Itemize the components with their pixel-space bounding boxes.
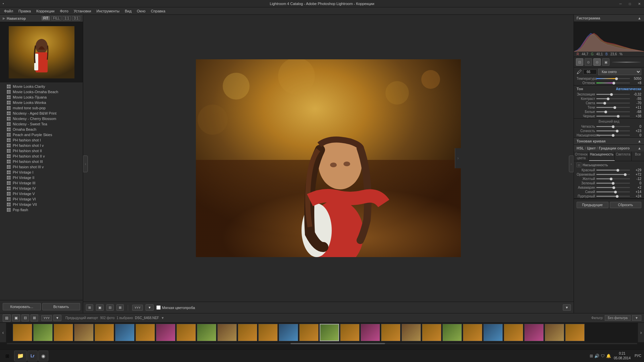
hsl-tab-hue[interactable]: Оттенок цвета	[574, 152, 589, 161]
file-explorer-app[interactable]: 📁	[14, 351, 27, 361]
menu-item-справка[interactable]: Справка	[148, 7, 168, 14]
nav-fill-btn[interactable]: FILL	[51, 16, 61, 20]
tone-slider-track[interactable]	[596, 111, 630, 112]
filmstrip-thumbnail[interactable]	[33, 324, 53, 341]
scroll-thumb[interactable]	[290, 343, 385, 344]
preset-item[interactable]: Nicolesy - Aged B&W Print	[0, 111, 83, 116]
presence-slider-track[interactable]	[596, 126, 630, 127]
nav-fit-btn[interactable]: FIT	[42, 16, 50, 20]
hsl-slider-track[interactable]	[596, 174, 630, 175]
close-button[interactable]: ✕	[635, 0, 644, 7]
preset-item[interactable]: Omaha Beach	[0, 127, 83, 132]
filmstrip-thumbnail[interactable]	[340, 324, 360, 341]
wb-preset-select[interactable]: Как снято	[598, 69, 641, 75]
filmstrip-next-btn[interactable]: ›	[638, 323, 644, 342]
preset-item[interactable]: PH Vintage III	[0, 180, 83, 186]
tone-slider-track[interactable]	[596, 107, 630, 108]
crop-tool[interactable]: ⊡	[576, 58, 583, 66]
start-button[interactable]: ⊞	[1, 351, 13, 361]
paste-button[interactable]: Вставить	[42, 303, 80, 310]
menu-item-окно[interactable]: Окно	[134, 7, 148, 14]
filmstrip-thumbnail[interactable]	[95, 324, 114, 341]
left-panel-collapse[interactable]: ‹	[83, 156, 88, 172]
preset-item[interactable]: PH fashion shot III	[0, 159, 83, 164]
filmstrip-thumbnail[interactable]	[258, 324, 278, 341]
filename-arrow[interactable]: ▼	[161, 316, 164, 320]
eyedropper-icon[interactable]: 🖊	[577, 69, 582, 75]
filmstrip-thumbnail[interactable]	[565, 324, 585, 341]
tone-slider-track[interactable]	[596, 103, 630, 104]
scroll-track[interactable]	[7, 343, 637, 344]
filter-value-btn[interactable]: Без фильтра	[605, 315, 631, 321]
filmstrip-thumbnail[interactable]	[238, 324, 257, 341]
presence-slider-track[interactable]	[596, 135, 630, 136]
prev-button[interactable]: Предыдущие	[577, 202, 608, 208]
filmstrip-thumbnail[interactable]	[217, 324, 237, 341]
filmstrip-thumbnail[interactable]	[156, 324, 175, 341]
filmstrip-thumbnail[interactable]	[545, 324, 564, 341]
survey-view-btn[interactable]: ⊠	[116, 304, 124, 311]
filmstrip-thumbnail[interactable]	[197, 324, 216, 341]
tone-header[interactable]: Тон Автоматически	[574, 85, 644, 92]
hsl-tab-lum[interactable]: Светлота	[615, 152, 632, 161]
filmstrip-thumbnail[interactable]	[176, 324, 196, 341]
preset-item[interactable]: Movie Looks-Clarity	[0, 84, 83, 89]
preset-item[interactable]: PH fashion shot II v	[0, 154, 83, 159]
filmstrip-thumbnail[interactable]	[401, 324, 421, 341]
nav-1-1-btn[interactable]: 1:1	[63, 16, 71, 20]
hsl-slider-track[interactable]	[596, 178, 630, 179]
menu-item-установки[interactable]: Установки	[71, 7, 94, 14]
tone-slider-track[interactable]	[596, 94, 630, 95]
preset-item[interactable]: Peach and Purple Skies	[0, 132, 83, 137]
right-panel-collapse[interactable]: ›	[569, 156, 574, 172]
preset-item[interactable]: PH fasion shot III v	[0, 164, 83, 170]
filmstrip-thumbnail[interactable]	[524, 324, 544, 341]
view-mode-btn2[interactable]: ▼	[146, 304, 154, 311]
menu-item-вид[interactable]: Вид	[122, 7, 134, 14]
preset-item[interactable]: Movie Looks-Omaha Beach	[0, 89, 83, 95]
filmstrip-thumbnail[interactable]	[422, 324, 441, 341]
preset-item[interactable]: PH fashion shot I v	[0, 143, 83, 148]
preset-item[interactable]: Pop flash	[0, 207, 83, 213]
filmstrip-thumbnail[interactable]	[279, 324, 298, 341]
preset-item[interactable]: Nicolesy - Cherry Blossom	[0, 116, 83, 121]
grid-view-btn[interactable]: ⊞	[86, 304, 93, 311]
preset-item[interactable]: PH Vintage I	[0, 170, 83, 175]
filmstrip-thumbnail[interactable]	[54, 324, 73, 341]
minimize-button[interactable]: ─	[616, 0, 625, 7]
filmstrip-thumbnail[interactable]	[381, 324, 400, 341]
wb-number-input[interactable]	[583, 69, 597, 74]
tint-track[interactable]	[596, 82, 630, 83]
preset-item[interactable]: PH Vintage V	[0, 191, 83, 196]
filmstrip-thumbnail[interactable]	[13, 324, 32, 341]
preset-item[interactable]: Movie Looks-Wonka	[0, 100, 83, 105]
copy-button[interactable]: Копировать...	[3, 303, 41, 310]
hsl-slider-track[interactable]	[596, 196, 630, 197]
preset-item[interactable]: PH Vintage VI	[0, 196, 83, 202]
tone-slider-track[interactable]	[596, 98, 630, 99]
preset-item[interactable]: PH Vintage II	[0, 175, 83, 180]
view-mode-btn[interactable]: YYY	[132, 305, 143, 311]
loupe-view-btn2[interactable]: ▣	[12, 314, 20, 321]
filmstrip-thumbnail[interactable]	[463, 324, 482, 341]
filmstrip-thumbnail[interactable]	[299, 324, 319, 341]
menu-item-правка[interactable]: Правка	[16, 7, 34, 14]
preset-item[interactable]: PH Vintage IV	[0, 186, 83, 191]
menu-item-инструменты[interactable]: Инструменты	[94, 7, 122, 14]
filmstrip-thumbnail[interactable]	[504, 324, 523, 341]
redeye-tool[interactable]: ⊙	[593, 58, 601, 66]
loupe-view-btn[interactable]: ▣	[96, 304, 104, 311]
hsl-slider-track[interactable]	[596, 191, 630, 192]
tone-auto-btn[interactable]: Автоматически	[616, 87, 641, 91]
preset-item[interactable]: PH Vintage VII	[0, 202, 83, 207]
hsl-slider-track[interactable]	[596, 183, 630, 184]
language-indicator[interactable]: РУС	[633, 354, 643, 358]
filmstrip-thumbnail[interactable]	[136, 324, 155, 341]
preset-item[interactable]: PH fashion shot I	[0, 137, 83, 143]
extra-view-btn[interactable]: YYY	[41, 315, 52, 321]
hsl-tab-sat[interactable]: Насыщенность	[589, 152, 615, 161]
filmstrip-thumbnail[interactable]	[442, 324, 462, 341]
presence-slider-track[interactable]	[596, 130, 630, 131]
menu-item-фото[interactable]: Фото	[57, 7, 71, 14]
chrome-app[interactable]: ◉	[38, 351, 48, 361]
